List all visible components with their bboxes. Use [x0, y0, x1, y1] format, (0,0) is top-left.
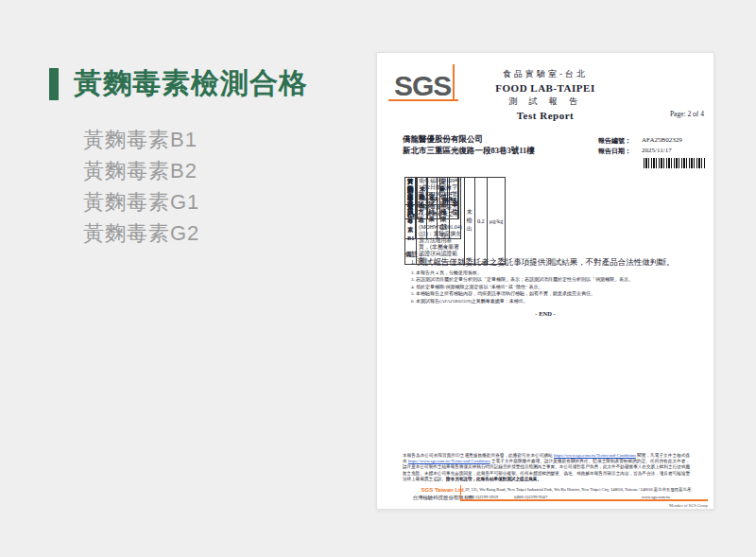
note-primary-text: 測試報告僅就委託者之委託事項提供測試結果，不對產品合法性做判斷。 — [417, 257, 674, 267]
report-no-value: AFA25B02329 — [642, 136, 682, 144]
section-title-row: 黃麴毒素檢測合格 — [49, 64, 361, 103]
note-line: 6. 本測試報告(AFA25B02329)之黃麴毒素總量：未檢出。 — [411, 298, 695, 305]
note-line: 3. 若該測試項目屬於定量分析則以「定量極限」表示；若該測試項目屬於定性分析則以… — [411, 276, 695, 283]
barcode — [644, 158, 706, 168]
terms-link: https://www.sgs.com.tw/Terms-and-Conditi… — [408, 459, 490, 463]
client-name: 僑龍醫優股份有限公司 — [403, 134, 483, 146]
note-number: 1. — [411, 259, 415, 265]
footer-company-en: SGS Taiwan Ltd. — [415, 487, 472, 493]
cell-limit: 0.2 — [474, 178, 487, 265]
client-address: 新北市三重區光復路一段83巷3號11樓 — [403, 146, 535, 157]
summary-panel: 黃麴毒素檢測合格 黃麴毒素B1 黃麴毒素B2 黃麴毒素G1 黃麴毒素G2 — [49, 64, 361, 249]
cell-limit: 0.1 — [428, 178, 440, 219]
lab-name-zh: 食品實驗室-台北 — [377, 68, 713, 80]
cell-result: 未檢出 — [464, 178, 474, 265]
list-item: 黃麴毒素G1 — [83, 186, 361, 218]
legal-text-bold: 除非另有說明，此報告結果僅對測試之樣品負責。 — [446, 477, 541, 481]
report-title-en: Test Report — [377, 110, 713, 121]
list-item: 黃麴毒素B2 — [83, 155, 361, 186]
note-line: 4. 低於定量極限/偵測極限之測定值以 "未檢出" 或 "陰性" 表示。 — [411, 284, 695, 290]
note-primary: 1.測試報告僅就委託者之委託事項提供測試結果，不對產品合法性做判斷。 — [411, 257, 695, 267]
report-date-label: 報告日期： — [598, 147, 631, 156]
footer-orange-rule — [460, 499, 708, 501]
list-item: 黃麴毒素G2 — [83, 218, 361, 249]
page-number: Page: 2 of 4 — [670, 110, 704, 118]
report-header: 食品實驗室-台北 FOOD LAB-TAIPEI 測 試 報 告 Test Re… — [377, 68, 713, 121]
legal-text: 本報告為本公司依照背面所印之通用服務條款所簽發，此條款可在本公司網站 — [403, 453, 554, 458]
report-no-label: 報告編號： — [598, 136, 631, 146]
footer-member-label: Member of SGS Group — [594, 503, 708, 508]
cell-unit: μg/kg — [487, 178, 506, 265]
footer-orange-divider — [460, 485, 461, 500]
list-item: 黃麴毒素B1 — [83, 124, 361, 155]
terms-link: https://www.sgs.com.tw/Terms-and-Conditi… — [554, 453, 636, 458]
footer-address: 3F, 125, Wu Kung Road, New Taipei Indust… — [465, 487, 692, 492]
note-line: 5. 本檢驗報告之所有檢驗內容，均依委託事項執行檢驗，如有不實，願意承擔完全責任… — [411, 290, 695, 297]
report-date-value: 2025/11/17 — [642, 147, 672, 154]
table-row: 黃麴毒素G2 未檢出 0.1 μg/kg — [404, 177, 459, 219]
note-line: 2. 本報告共 4 頁，分離使用無效。 — [411, 270, 695, 276]
sgs-test-report-image: SGS 食品實驗室-台北 FOOD LAB-TAIPEI 測 試 報 告 Tes… — [376, 52, 714, 510]
end-marker: - END - — [377, 310, 713, 317]
cell-unit: μg/kg — [440, 178, 459, 219]
legal-disclaimer: 本報告為本公司依照背面所印之通用服務條款所簽發，此條款可在本公司網站 https… — [403, 453, 690, 482]
page-title: 黃麴毒素檢測合格 — [74, 64, 308, 103]
toxin-list: 黃麴毒素B1 黃麴毒素B2 黃麴毒素G1 黃麴毒素G2 — [83, 124, 361, 249]
cell-result: 未檢出 — [418, 178, 428, 219]
notes-list: 2. 本報告共 4 頁，分離使用無效。 3. 若該測試項目屬於定量分析則以「定量… — [411, 270, 695, 305]
report-title-zh: 測 試 報 告 — [377, 96, 713, 108]
title-accent-bar — [49, 68, 59, 100]
lab-name-en: FOOD LAB-TAIPEI — [377, 82, 713, 94]
cell-item: 黃麴毒素G2 — [405, 178, 418, 219]
